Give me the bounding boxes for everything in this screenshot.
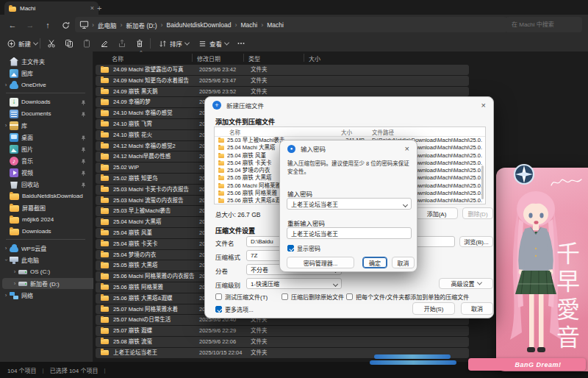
- item-count: 104 个项目: [7, 366, 37, 374]
- file-row[interactable]: 25.07 崩铁 遐蝶2025/9/6 22:29文件夹: [96, 326, 469, 336]
- breadcrumb-item[interactable]: Machi: [238, 20, 259, 30]
- archive-column-path[interactable]: 文件路径: [372, 128, 394, 136]
- sidebar-item-新加卷-d-[interactable]: ›新加卷 (D:): [2, 278, 98, 289]
- level-label: 压缩级别: [215, 280, 240, 289]
- rename-button[interactable]: [97, 37, 112, 50]
- ok-button[interactable]: 确定: [362, 257, 387, 268]
- tab-machi[interactable]: Machi ×: [4, 1, 98, 15]
- sidebar-item-图片[interactable]: 图片: [2, 143, 89, 154]
- separate-archives-checkbox[interactable]: 把每个文件/文件夹都添加到单独的压缩文件: [346, 293, 469, 301]
- folder-icon: [101, 350, 109, 356]
- chevron-right-icon[interactable]: ›: [2, 292, 10, 299]
- cloud-icon: [10, 83, 18, 89]
- column-header-date[interactable]: 修改日期: [197, 54, 220, 63]
- password-manager-button[interactable]: 密码管理器...: [287, 257, 354, 268]
- sidebar-item-downloads[interactable]: Downloads: [2, 226, 89, 237]
- archive-list-scrollbar[interactable]: [481, 165, 484, 199]
- close-icon[interactable]: ×: [474, 97, 493, 113]
- sidebar-item-音乐[interactable]: 音乐: [2, 155, 89, 166]
- sidebar-item-downloads[interactable]: Downloads: [2, 96, 89, 107]
- column-divider[interactable]: [304, 54, 304, 62]
- chevron-right-icon[interactable]: ›: [11, 280, 18, 287]
- start-button[interactable]: 开始(S): [412, 302, 455, 315]
- sidebar-item-此电脑[interactable]: ›此电脑: [2, 254, 89, 265]
- view-button[interactable]: 查看: [196, 37, 232, 50]
- close-icon[interactable]: ×: [398, 140, 417, 157]
- sidebar-item-网络[interactable]: ›网络: [2, 290, 89, 301]
- password-dialog-titlebar[interactable]: ● 输入密码 ×: [280, 140, 417, 157]
- tab-close-icon[interactable]: ×: [90, 5, 94, 12]
- back-button[interactable]: ←: [6, 18, 19, 32]
- archive-dialog-titlebar[interactable]: + 新建压缩文件 ×: [205, 97, 493, 113]
- sidebar-item-屏幕截图[interactable]: 屏幕截图: [2, 202, 89, 213]
- sidebar-item-documents[interactable]: Documents: [2, 108, 89, 119]
- delete-button[interactable]: [132, 37, 147, 50]
- chevron-right-icon[interactable]: ›: [11, 268, 18, 275]
- archive-cancel-button[interactable]: 取消: [461, 302, 493, 315]
- image-card[interactable]: 千早愛音: [496, 168, 588, 371]
- sidebar-item-库[interactable]: ›库: [2, 120, 89, 131]
- more-options-checkbox[interactable]: 更多选项...: [215, 305, 254, 313]
- search-input[interactable]: [506, 17, 582, 32]
- paste-button[interactable]: [79, 37, 94, 50]
- column-divider[interactable]: [243, 54, 244, 62]
- file-row[interactable]: 24.09 Machi 欲望露出の写真2025/9/6 23:42文件夹: [96, 65, 469, 75]
- more-options-button[interactable]: [234, 37, 248, 50]
- test-archive-checkbox[interactable]: 测试压缩文件(T): [215, 293, 268, 301]
- new-button[interactable]: 新建: [4, 37, 40, 50]
- share-button[interactable]: [115, 37, 129, 50]
- copy-button[interactable]: [62, 37, 76, 50]
- sidebar-item-主文件夹[interactable]: 主文件夹: [2, 56, 89, 67]
- breadcrumb-item[interactable]: Machi: [265, 20, 286, 30]
- sidebar-item-os-c-[interactable]: ›OS (C:): [2, 266, 98, 277]
- address-bar[interactable]: ›此电脑›新加卷 (D:)›BaiduNetdiskDownload›Machi…: [75, 17, 507, 32]
- file-row[interactable]: 24.09 Machi 知更鸟の水着报告2025/9/6 23:47文件夹: [96, 76, 469, 86]
- refresh-button[interactable]: [59, 18, 72, 32]
- column-header-type[interactable]: 类型: [248, 54, 260, 63]
- card-vertical-text: 千早愛音: [549, 241, 583, 353]
- chevron-right-icon[interactable]: ›: [2, 82, 10, 88]
- file-row[interactable]: 25.08 崩铁 流萤2025/9/6 22:06文件夹: [96, 337, 469, 347]
- sidebar-item-视频[interactable]: 视频: [2, 167, 89, 178]
- remove-button[interactable]: 删除(D): [462, 207, 493, 219]
- paste-icon: [82, 39, 91, 48]
- chevron-down-icon: [224, 40, 229, 45]
- sidebar-item-baidunetdiskdownload[interactable]: BaiduNetdiskDownload: [2, 190, 89, 202]
- sidebar-item-回收站[interactable]: 回收站: [2, 179, 89, 190]
- breadcrumb-item[interactable]: 新加卷 (D:): [124, 19, 159, 31]
- sidebar-item-桌面[interactable]: 桌面: [2, 132, 89, 143]
- sidebar-item-m6jik6-2024[interactable]: m6jik6 2024: [2, 214, 89, 225]
- sidebar-item-图库[interactable]: 图库: [2, 68, 89, 79]
- level-select[interactable]: 1-快速压缩: [246, 278, 342, 289]
- add-button[interactable]: 添加(A): [415, 207, 458, 219]
- chevron-down-icon[interactable]: ›: [3, 257, 10, 264]
- sidebar-item-wps云盘[interactable]: ›WPS云盘: [2, 243, 89, 254]
- column-header-size[interactable]: 大小: [309, 54, 320, 63]
- password-input[interactable]: 上老王论坛当老王: [287, 198, 412, 210]
- breadcrumb-item[interactable]: BaiduNetdiskDownload: [165, 20, 234, 30]
- up-button[interactable]: ↑: [41, 18, 54, 32]
- archive-column-size[interactable]: 大小: [341, 128, 352, 136]
- checkbox-checked-icon: [287, 245, 294, 252]
- chevron-right-icon[interactable]: ›: [2, 245, 10, 252]
- delete-after-checkbox[interactable]: 压缩后删除原始文件: [282, 293, 344, 301]
- breadcrumb-item[interactable]: 此电脑: [96, 19, 119, 31]
- column-header-name[interactable]: 名称: [112, 54, 123, 63]
- archive-list-header: 名称 大小 文件路径: [215, 127, 485, 137]
- archive-column-name[interactable]: 名称: [229, 128, 240, 136]
- forward-button[interactable]: →: [24, 18, 37, 32]
- column-divider[interactable]: [192, 54, 193, 62]
- show-password-checkbox[interactable]: 显示密码: [287, 244, 320, 252]
- sort-button[interactable]: 排序: [156, 37, 192, 50]
- document-icon: [10, 110, 18, 118]
- browse-button[interactable]: 浏览(B)...: [459, 236, 493, 247]
- chevron-right-icon[interactable]: ›: [2, 122, 10, 129]
- confirm-password-input[interactable]: 上老王论坛当老王: [287, 227, 412, 239]
- cut-button[interactable]: [44, 37, 59, 50]
- new-tab-button[interactable]: +: [97, 3, 101, 13]
- sidebar-item-onedrive[interactable]: ›OneDrive: [2, 79, 89, 90]
- file-row[interactable]: 24.09 崩铁 黑天鹅2025/9/6 23:52文件夹: [96, 87, 469, 97]
- archive-settings-heading: 压缩文件设置: [215, 226, 255, 235]
- password-cancel-button[interactable]: 取消: [392, 257, 415, 268]
- advanced-settings-button[interactable]: 高级设置: [439, 278, 493, 289]
